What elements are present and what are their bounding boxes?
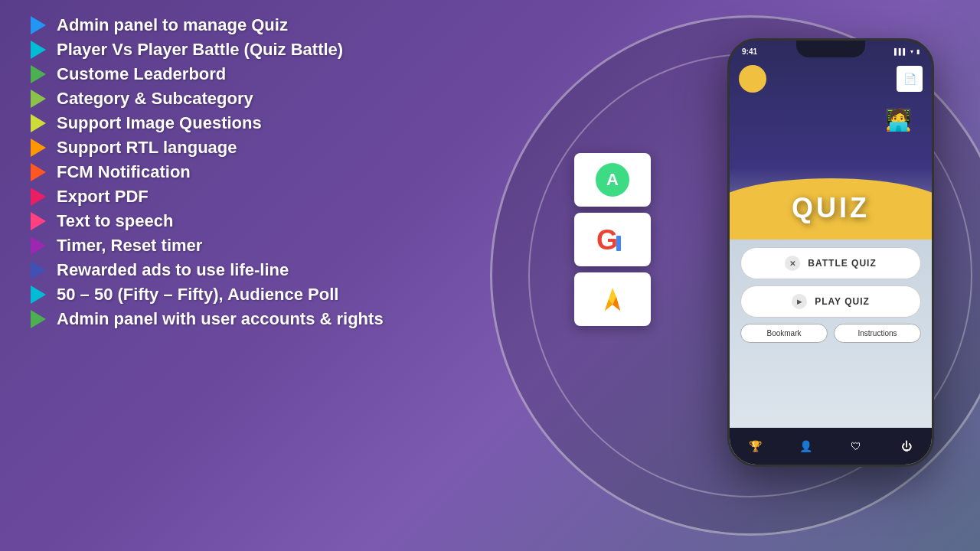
phone-notch: [796, 41, 865, 57]
feature-item-7: FCM Notification: [31, 162, 384, 182]
play-quiz-label: PLAY QUIZ: [815, 296, 870, 307]
feature-text: Custome Leaderbord: [57, 64, 226, 84]
play-icon: ▶: [792, 294, 807, 309]
phone-screen: 9:41 ▌▌▌ ▾ ▮ 📄 🧑‍💻 QUIZ: [730, 41, 932, 465]
battle-quiz-button[interactable]: ✕ BATTLE QUIZ: [740, 247, 921, 279]
feature-item-12: 50 – 50 (Fifty – Fifty), Audience Poll: [31, 285, 384, 305]
quiz-top-icons: 📄 🧑‍💻: [739, 65, 923, 93]
sun-icon: [739, 65, 766, 93]
feature-arrow-icon: [31, 114, 46, 132]
feature-item-4: Category & Subcategory: [31, 89, 384, 109]
document-icon: 📄: [897, 66, 923, 92]
feature-arrow-icon: [31, 16, 46, 34]
feature-arrow-icon: [31, 139, 46, 157]
status-time: 9:41: [742, 47, 757, 56]
phone-nav-bar: 🏆 👤 🛡 ⏻: [730, 428, 932, 465]
shield-nav-icon[interactable]: 🛡: [845, 435, 867, 457]
signal-icon: ▌▌▌: [894, 48, 907, 55]
feature-item-10: Timer, Reset timer: [31, 236, 384, 256]
play-quiz-button[interactable]: ▶ PLAY QUIZ: [740, 285, 921, 318]
secondary-buttons: Bookmark Instructions: [740, 324, 921, 343]
phone-container: 9:41 ▌▌▌ ▾ ▮ 📄 🧑‍💻 QUIZ: [727, 38, 934, 467]
instructions-button[interactable]: Instructions: [834, 324, 921, 343]
feature-text: Timer, Reset timer: [57, 236, 202, 256]
svg-text:A: A: [606, 170, 619, 189]
feature-arrow-icon: [31, 212, 46, 230]
feature-list: Admin panel to manage QuizPlayer Vs Play…: [31, 15, 384, 329]
feature-text: Player Vs Player Battle (Quiz Battle): [57, 40, 343, 60]
feature-text: Export PDF: [57, 187, 149, 207]
status-icons: ▌▌▌ ▾ ▮: [894, 48, 920, 55]
android-logo-card: A: [574, 153, 651, 207]
feature-item-2: Player Vs Player Battle (Quiz Battle): [31, 40, 384, 60]
feature-text: Admin panel with user accounts & rights: [57, 309, 384, 329]
feature-item-3: Custome Leaderbord: [31, 64, 384, 84]
svg-text:G: G: [596, 224, 618, 256]
feature-text: Rewarded ads to use life-line: [57, 260, 289, 280]
feature-item-8: Export PDF: [31, 187, 384, 207]
quiz-title-area: QUIZ: [730, 192, 932, 224]
firebase-logo-card: [574, 272, 651, 326]
battery-icon: ▮: [916, 48, 920, 55]
feature-text: Support RTL language: [57, 138, 237, 158]
feature-text: FCM Notification: [57, 162, 191, 182]
character-icon: 🧑‍💻: [885, 107, 912, 132]
wifi-icon: ▾: [910, 48, 913, 55]
trophy-nav-icon[interactable]: 🏆: [744, 435, 766, 457]
battle-icon: ✕: [785, 256, 800, 271]
feature-item-5: Support Image Questions: [31, 113, 384, 133]
feature-item-9: Text to speech: [31, 211, 384, 231]
bookmark-button[interactable]: Bookmark: [740, 324, 828, 343]
feature-text: Category & Subcategory: [57, 89, 253, 109]
feature-item-1: Admin panel to manage Quiz: [31, 15, 384, 35]
feature-arrow-icon: [31, 310, 46, 328]
feature-text: Text to speech: [57, 211, 173, 231]
feature-arrow-icon: [31, 285, 46, 304]
feature-text: 50 – 50 (Fifty – Fifty), Audience Poll: [57, 285, 338, 305]
feature-text: Admin panel to manage Quiz: [57, 15, 288, 35]
phone-frame: 9:41 ▌▌▌ ▾ ▮ 📄 🧑‍💻 QUIZ: [727, 38, 934, 467]
quiz-header-area: 📄 🧑‍💻 QUIZ: [730, 41, 932, 240]
svg-rect-3: [616, 236, 621, 251]
power-nav-icon[interactable]: ⏻: [896, 435, 917, 457]
feature-arrow-icon: [31, 187, 46, 206]
battle-quiz-label: BATTLE QUIZ: [808, 258, 876, 269]
phone-bottom-content: ✕ BATTLE QUIZ ▶ PLAY QUIZ Bookmark Instr…: [730, 240, 932, 428]
feature-arrow-icon: [31, 163, 46, 181]
feature-arrow-icon: [31, 236, 46, 255]
profile-nav-icon[interactable]: 👤: [795, 435, 816, 457]
feature-arrow-icon: [31, 90, 46, 108]
feature-arrow-icon: [31, 41, 46, 59]
google-logo-card: G: [574, 213, 651, 266]
feature-arrow-icon: [31, 261, 46, 279]
feature-item-13: Admin panel with user accounts & rights: [31, 309, 384, 329]
feature-item-6: Support RTL language: [31, 138, 384, 158]
feature-arrow-icon: [31, 65, 46, 83]
tech-cards: A G: [574, 153, 651, 326]
feature-item-11: Rewarded ads to use life-line: [31, 260, 384, 280]
feature-text: Support Image Questions: [57, 113, 262, 133]
quiz-title: QUIZ: [792, 192, 870, 223]
